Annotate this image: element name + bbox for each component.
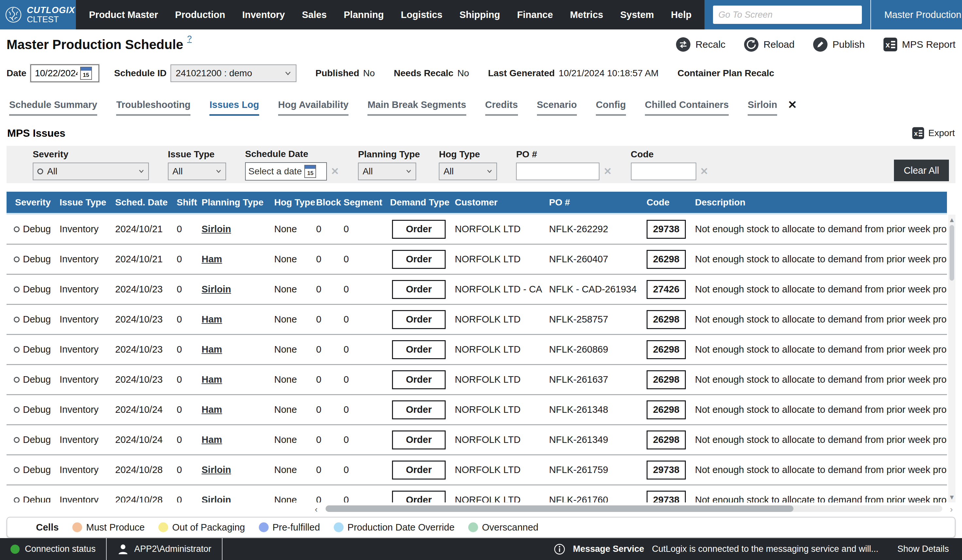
code-button[interactable]: 26298 [647, 250, 686, 269]
app-logo[interactable]: CUTLOGIX CLTEST [0, 0, 76, 29]
nav-item-planning[interactable]: Planning [344, 10, 384, 20]
tab-credits[interactable]: Credits [485, 99, 518, 116]
clear-date-icon[interactable]: ✕ [331, 166, 339, 177]
nav-item-help[interactable]: Help [671, 10, 692, 20]
nav-item-product-master[interactable]: Product Master [89, 10, 158, 20]
code-button[interactable]: 29738 [647, 491, 686, 503]
tab-scenario[interactable]: Scenario [537, 99, 577, 116]
code-button[interactable]: 26298 [647, 400, 686, 420]
code-button[interactable]: 26298 [647, 310, 686, 329]
clear-po-icon[interactable]: ✕ [604, 166, 612, 177]
tab-config[interactable]: Config [596, 99, 626, 116]
scroll-right-icon[interactable]: › [950, 504, 953, 515]
order-button[interactable]: Order [392, 400, 445, 420]
publish-button[interactable]: Publish [813, 37, 865, 52]
planning-type-link[interactable]: Ham [202, 344, 273, 355]
order-button[interactable]: Order [392, 340, 445, 359]
code-button[interactable]: 27426 [647, 280, 686, 299]
column-header-shift[interactable]: Shift [175, 197, 200, 208]
order-button[interactable]: Order [392, 220, 445, 239]
code-button[interactable]: 26298 [647, 340, 686, 359]
po-filter-input[interactable] [516, 163, 599, 180]
tab-troubleshooting[interactable]: Troubleshooting [116, 99, 190, 116]
planning-type-link[interactable]: Ham [202, 374, 273, 385]
nav-item-metrics[interactable]: Metrics [570, 10, 604, 20]
planning-type-link[interactable]: Sirloin [202, 284, 273, 295]
help-link[interactable]: ? [187, 34, 192, 44]
shift-cell: 0 [175, 434, 200, 445]
planning-type-link[interactable]: Sirloin [202, 465, 273, 475]
column-header-po[interactable]: PO # [548, 197, 645, 208]
show-details-link[interactable]: Show Details [897, 544, 949, 554]
mps-report-button[interactable]: x MPS Report [883, 37, 956, 52]
schedule-date-picker[interactable]: Select a date 15 [245, 162, 327, 181]
order-button[interactable]: Order [392, 461, 445, 479]
column-header-code[interactable]: Code [645, 197, 694, 208]
planning-type-filter-select[interactable]: All [358, 163, 416, 180]
vertical-scrollbar[interactable]: ▲ ▼ [948, 215, 956, 502]
issue-type-filter-select[interactable]: All [168, 163, 226, 180]
nav-item-system[interactable]: System [620, 10, 654, 20]
column-header-block[interactable]: Block [315, 197, 342, 208]
clear-code-icon[interactable]: ✕ [700, 166, 709, 177]
hog-type-filter-select[interactable]: All [439, 163, 497, 180]
column-header-sched-date[interactable]: Sched. Date [114, 197, 175, 208]
severity-filter-select[interactable]: All [33, 163, 149, 180]
horizontal-scroll-track[interactable] [326, 505, 943, 512]
screen-selector[interactable]: Master Production Schedule [870, 0, 962, 29]
export-button[interactable]: x Export [912, 127, 955, 139]
planning-type-link[interactable]: Sirloin [202, 224, 273, 234]
code-button[interactable]: 26298 [647, 431, 686, 449]
order-button[interactable]: Order [392, 280, 445, 299]
code-button[interactable]: 29738 [647, 220, 686, 239]
reload-button[interactable]: Reload [744, 37, 794, 52]
nav-item-finance[interactable]: Finance [517, 10, 553, 20]
tab-chilled-containers[interactable]: Chilled Containers [645, 99, 729, 116]
tab-close-icon[interactable]: ✕ [788, 98, 797, 116]
date-input[interactable] [35, 68, 77, 79]
order-button[interactable]: Order [392, 431, 445, 449]
calendar-icon[interactable]: 15 [80, 67, 92, 80]
planning-type-link[interactable]: Ham [202, 434, 273, 445]
code-filter-input[interactable] [631, 163, 696, 180]
tab-schedule-summary[interactable]: Schedule Summary [9, 99, 97, 116]
schedule-id-select[interactable]: 241021200 : demo [171, 65, 297, 82]
horizontal-scroll-thumb[interactable] [326, 505, 794, 512]
column-header-description[interactable]: Description [694, 197, 947, 208]
recalc-button[interactable]: Recalc [676, 37, 725, 52]
tab-issues-log[interactable]: Issues Log [210, 99, 259, 116]
column-header-demand-type[interactable]: Demand Type [389, 197, 454, 208]
clear-all-button[interactable]: Clear All [894, 160, 949, 181]
horizontal-scrollbar[interactable]: ‹ › [6, 504, 956, 513]
scroll-up-icon[interactable]: ▲ [949, 215, 955, 225]
code-button[interactable]: 29738 [647, 461, 686, 479]
order-button[interactable]: Order [392, 370, 445, 389]
vertical-scroll-thumb[interactable] [949, 225, 954, 281]
tab-hog-availability[interactable]: Hog Availability [278, 99, 349, 116]
order-button[interactable]: Order [392, 491, 445, 503]
planning-type-link[interactable]: Ham [202, 314, 273, 325]
column-header-severity[interactable]: Severity [6, 197, 58, 208]
nav-item-inventory[interactable]: Inventory [242, 10, 285, 20]
planning-type-link[interactable]: Ham [202, 404, 273, 415]
nav-item-shipping[interactable]: Shipping [459, 10, 500, 20]
column-header-customer[interactable]: Customer [454, 197, 548, 208]
calendar-icon[interactable]: 15 [304, 165, 316, 178]
code-button[interactable]: 26298 [647, 370, 686, 389]
nav-item-production[interactable]: Production [175, 10, 225, 20]
goto-screen-input[interactable] [713, 6, 862, 24]
column-header-planning-type[interactable]: Planning Type [200, 197, 273, 208]
column-header-segment[interactable]: Segment [342, 197, 389, 208]
planning-type-link[interactable]: Ham [202, 254, 273, 265]
order-button[interactable]: Order [392, 310, 445, 329]
scroll-down-icon[interactable]: ▼ [949, 492, 955, 502]
nav-item-logistics[interactable]: Logistics [401, 10, 442, 20]
tab-sirloin[interactable]: Sirloin [748, 99, 777, 116]
planning-type-link[interactable]: Sirloin [202, 495, 273, 502]
order-button[interactable]: Order [392, 250, 445, 269]
column-header-issue-type[interactable]: Issue Type [58, 197, 114, 208]
nav-item-sales[interactable]: Sales [302, 10, 327, 20]
tab-main-break-segments[interactable]: Main Break Segments [368, 99, 466, 116]
scroll-left-icon[interactable]: ‹ [315, 504, 318, 515]
column-header-hog-type[interactable]: Hog Type [273, 197, 315, 208]
